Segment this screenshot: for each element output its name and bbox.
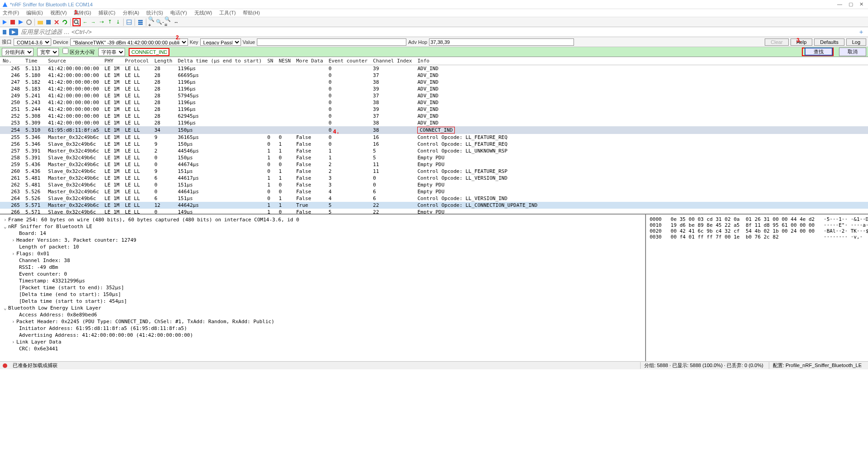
menu-edit[interactable]: 编辑(E) — [24, 10, 45, 16]
device-select[interactable]: "BalanceTWK" -39 dBm 41:42:00:00:00:00 p… — [70, 38, 188, 46]
table-row[interactable]: 2465.18041:42:00:00:00:00LE 1MLE LL28666… — [0, 72, 868, 79]
filter-add-button[interactable]: ＋ — [855, 28, 867, 36]
detail-line[interactable]: Access Address: 0x8e89bed6 — [4, 311, 641, 318]
save-file-icon[interactable] — [45, 19, 52, 26]
table-row[interactable]: 2625.481Slave_0x32c49b6cLE 1MLE LL0151µs… — [0, 181, 868, 188]
status-profile[interactable]: 配置: Profile_nRF_Sniffer_Bluetooth_LE — [769, 362, 865, 369]
table-row[interactable]: 2605.436Slave_0x32c49b6cLE 1MLE LL9151µs… — [0, 168, 868, 175]
table-row[interactable]: 2475.18241:42:00:00:00:00LE 1MLE LL28119… — [0, 79, 868, 86]
table-row[interactable]: 2635.526Master_0x32c49b6cLE 1MLE LL04464… — [0, 188, 868, 195]
value-input[interactable] — [257, 38, 406, 46]
interface-select[interactable]: COM14-3.6 — [14, 38, 51, 46]
start-capture-icon[interactable] — [1, 19, 8, 26]
menu-file[interactable]: 文件(F) — [1, 10, 21, 16]
table-row[interactable]: 2515.24441:42:00:00:00:00LE 1MLE LL28119… — [0, 106, 868, 113]
reload-icon[interactable] — [61, 19, 68, 26]
table-row[interactable]: 2485.18341:42:00:00:00:00LE 1MLE LL28119… — [0, 86, 868, 92]
options-icon[interactable] — [25, 19, 33, 26]
colorize-icon[interactable] — [137, 19, 144, 26]
packet-bytes[interactable]: 0000 0e 35 00 03 cd 31 02 0a 01 26 31 00… — [646, 215, 868, 361]
table-row[interactable]: 2505.24341:42:00:00:00:00LE 1MLE LL28119… — [0, 99, 868, 106]
detail-line[interactable]: Header Version: 3, Packet counter: 12749 — [4, 237, 641, 244]
table-row[interactable]: 2455.11341:42:00:00:00:00LE 1MLE LL28119… — [0, 65, 868, 72]
case-checkbox[interactable] — [63, 48, 68, 54]
menu-view[interactable]: 视图(V) — [48, 10, 69, 16]
menu-analyze[interactable]: 分析(A) — [121, 10, 141, 16]
detail-line[interactable]: Initiator Address: 61:95:d8:11:8f:a5 (61… — [4, 325, 641, 332]
zoom-reset-icon[interactable]: 🔍= — [164, 19, 172, 26]
detail-line[interactable]: RSSI: -49 dBm — [4, 264, 641, 271]
go-last-icon[interactable]: ⤓ — [114, 19, 121, 26]
packet-details[interactable]: Frame 254: 60 bytes on wire (480 bits), … — [0, 215, 646, 361]
clear-button[interactable]: Clear — [765, 38, 788, 46]
detail-line[interactable]: Link Layer Data — [4, 339, 641, 345]
bookmark-icon[interactable] — [1, 29, 8, 36]
auto-scroll-icon[interactable] — [125, 19, 133, 26]
detail-line[interactable]: Packet Header: 0x2245 (PDU Type: CONNECT… — [4, 318, 641, 325]
expert-info-icon[interactable] — [3, 363, 7, 368]
minimize-button[interactable]: — — [837, 1, 842, 7]
menu-wireless[interactable]: 无线(W) — [193, 10, 214, 16]
go-to-icon[interactable]: ⇢ — [98, 19, 105, 26]
detail-line[interactable]: nRF Sniffer for Bluetooth LE — [4, 223, 641, 230]
close-button[interactable]: ✕ — [859, 1, 863, 7]
maximize-button[interactable]: ▢ — [849, 1, 853, 7]
table-row[interactable]: 2645.526Slave_0x32c49b6cLE 1MLE LL6151µs… — [0, 195, 868, 202]
menu-telephony[interactable]: 电话(Y) — [169, 10, 189, 16]
advhop-input[interactable] — [429, 38, 574, 46]
find-term-input[interactable] — [130, 49, 169, 55]
find-width-select[interactable]: 宽窄 — [37, 48, 59, 56]
table-row[interactable]: 2615.481Master_0x32c49b6cLE 1MLE LL64461… — [0, 175, 868, 181]
detail-line[interactable]: Board: 14 — [4, 230, 641, 237]
detail-line[interactable]: Advertising Address: 41:42:00:00:00:00 (… — [4, 332, 641, 339]
find-search-button[interactable]: 查找 — [805, 48, 833, 56]
detail-line[interactable]: [Packet time (start to end): 352µs] — [4, 284, 641, 291]
table-row[interactable]: 2565.346Slave_0x32c49b6cLE 1MLE LL9150µs… — [0, 141, 868, 148]
table-row[interactable]: 2595.436Master_0x32c49b6cLE 1MLE LL04467… — [0, 161, 868, 168]
table-row[interactable]: 2525.30841:42:00:00:00:00LE 1MLE LL28629… — [0, 113, 868, 119]
find-cancel-button[interactable]: 取消 — [839, 48, 866, 56]
table-row[interactable]: 2495.24141:42:00:00:00:00LE 1MLE LL28579… — [0, 92, 868, 99]
key-type-select[interactable]: Legacy Passkey — [200, 38, 241, 46]
detail-line[interactable]: Channel Index: 38 — [4, 257, 641, 264]
zoom-out-icon[interactable]: 🔍- — [156, 19, 164, 26]
detail-line[interactable]: Length of packet: 10 — [4, 244, 641, 250]
menu-help[interactable]: 帮助(H) — [241, 10, 261, 16]
packet-list[interactable]: 4. No. Time Source PHY Protocol Length D… — [0, 57, 868, 215]
detail-line[interactable]: Event counter: 0 — [4, 271, 641, 277]
resize-columns-icon[interactable]: ↔ — [173, 19, 180, 26]
close-file-icon[interactable] — [53, 19, 60, 26]
filter-apply-icon[interactable]: ▶ — [9, 29, 18, 35]
detail-line[interactable]: [Delta time (end to start): 150µs] — [4, 291, 641, 298]
table-row[interactable]: 2585.391Slave_0x32c49b6cLE 1MLE LL0150µs… — [0, 154, 868, 161]
detail-line[interactable]: Frame 254: 60 bytes on wire (480 bits), … — [4, 216, 641, 223]
menu-capture[interactable]: 捕获(C) — [96, 10, 117, 16]
log-button[interactable]: Log — [846, 38, 866, 46]
go-first-icon[interactable]: ⤒ — [106, 19, 113, 26]
open-file-icon[interactable] — [37, 19, 44, 26]
go-back-icon[interactable]: ← — [82, 19, 89, 26]
detail-line[interactable]: CRC: 0x6e3441 — [4, 345, 641, 352]
display-filter-input[interactable] — [19, 28, 854, 36]
go-forward-icon[interactable]: → — [90, 19, 97, 26]
table-row[interactable]: 2665.571Slave_0x32c49b6cLE 1MLE LL0149µs… — [0, 209, 868, 215]
defaults-button[interactable]: Defaults — [814, 38, 844, 46]
find-mode-select[interactable]: 分组列表 — [2, 48, 34, 56]
table-row[interactable]: 2545.31061:95:d8:11:8f:a5LE 1MLE LL34150… — [0, 126, 868, 134]
detail-line[interactable]: Bluetooth Low Energy Link Layer — [4, 305, 641, 311]
menu-tools[interactable]: 工具(T) — [217, 10, 237, 16]
menu-statistics[interactable]: 统计(S) — [145, 10, 165, 16]
find-type-select[interactable]: 字符串 — [98, 48, 125, 56]
table-row[interactable]: 2535.30941:42:00:00:00:00LE 1MLE LL28119… — [0, 119, 868, 126]
detail-line[interactable]: Flags: 0x01 — [4, 250, 641, 257]
stop-capture-icon[interactable] — [9, 19, 16, 26]
zoom-in-icon[interactable]: 🔍+ — [148, 19, 155, 26]
restart-capture-icon[interactable] — [17, 19, 24, 26]
table-row[interactable]: 2575.391Master_0x32c49b6cLE 1MLE LL24454… — [0, 148, 868, 154]
detail-line[interactable]: [Delta time (start to start): 454µs] — [4, 298, 641, 305]
help-button[interactable]: Help — [791, 38, 813, 46]
detail-line[interactable]: Timestamp: 433212996µs — [4, 277, 641, 284]
table-row[interactable]: 2655.571Master_0x32c49b6cLE 1MLE LL12446… — [0, 202, 868, 209]
find-packet-icon[interactable] — [72, 18, 81, 26]
table-row[interactable]: 2555.346Master_0x32c49b6cLE 1MLE LL93616… — [0, 134, 868, 141]
